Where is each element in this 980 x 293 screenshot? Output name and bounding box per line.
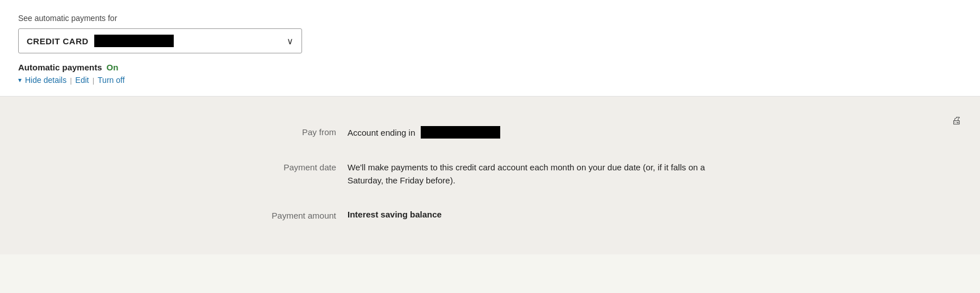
see-auto-payments-label: See automatic payments for: [18, 14, 962, 23]
action-links-row: ▾ Hide details | Edit | Turn off: [18, 76, 962, 85]
chevron-down-icon: ∨: [287, 36, 294, 47]
pay-from-row: Pay from Account ending in: [18, 115, 962, 150]
payment-amount-row: Payment amount Interest saving balance: [18, 198, 962, 232]
hide-details-link[interactable]: Hide details: [25, 76, 66, 85]
top-section: See automatic payments for CREDIT CARD ∨…: [0, 0, 980, 97]
turn-off-link[interactable]: Turn off: [98, 76, 124, 85]
dropdown-left: CREDIT CARD: [27, 35, 174, 47]
separator-1: |: [70, 76, 72, 85]
separator-2: |: [93, 76, 94, 85]
card-type-label: CREDIT CARD: [27, 36, 89, 46]
card-selector-dropdown[interactable]: CREDIT CARD ∨: [18, 28, 302, 53]
pay-from-label: Pay from: [18, 126, 347, 137]
edit-link[interactable]: Edit: [76, 76, 89, 85]
pay-from-value: Account ending in: [347, 126, 500, 139]
payment-amount-label: Payment amount: [18, 210, 347, 220]
account-ending-in-text: Account ending in: [347, 128, 415, 137]
automatic-payments-label: Automatic payments: [18, 62, 102, 72]
account-number-redacted: [421, 126, 500, 139]
automatic-payments-status: On: [107, 62, 119, 72]
payment-date-row: Payment date We'll make payments to this…: [18, 150, 962, 198]
card-number-redacted: [94, 35, 174, 47]
auto-payments-row: Automatic payments On: [18, 62, 962, 72]
payment-amount-value: Interest saving balance: [347, 210, 442, 219]
triangle-down-icon: ▾: [18, 76, 22, 84]
print-icon[interactable]: 🖨: [952, 115, 962, 127]
payment-date-label: Payment date: [18, 161, 347, 172]
details-section: 🖨 Pay from Account ending in Payment dat…: [0, 97, 980, 254]
payment-date-value: We'll make payments to this credit card …: [347, 161, 734, 187]
